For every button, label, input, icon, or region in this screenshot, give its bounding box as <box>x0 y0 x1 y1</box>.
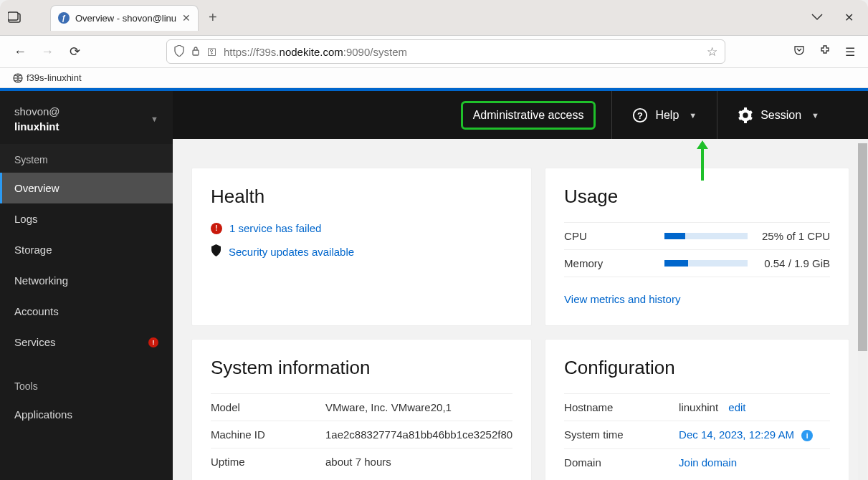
address-bar[interactable]: ⚿ https://f39s.nodekite.com:9090/system … <box>166 39 725 64</box>
model-row: Model VMware, Inc. VMware20,1 <box>211 393 512 421</box>
hamburger-menu-icon[interactable]: ☰ <box>845 45 855 59</box>
user-host-selector[interactable]: shovon@ linuxhint ▼ <box>0 91 173 144</box>
service-failed-link[interactable]: 1 service has failed <box>229 222 321 234</box>
memory-value: 0.54 / 1.9 GiB <box>764 257 830 269</box>
info-val: linuxhint edit <box>679 401 830 413</box>
config-title: Configuration <box>564 357 830 379</box>
hostname-row: Hostname linuxhint edit <box>564 393 830 421</box>
nav-accounts[interactable]: Accounts <box>0 296 173 327</box>
machine-id-row: Machine ID 1ae2c88327774a81bb46bb1ce3252… <box>211 421 512 448</box>
bookmark-item[interactable]: f39s-linuxhint <box>13 72 82 83</box>
sidebar: shovon@ linuxhint ▼ System Overview Logs… <box>0 91 173 480</box>
forward-button[interactable]: → <box>40 44 54 59</box>
cpu-progress <box>664 233 748 239</box>
nav-services[interactable]: Services! <box>0 327 173 357</box>
info-key: Hostname <box>564 401 679 413</box>
nav-label: Networking <box>14 274 68 287</box>
info-key: Uptime <box>211 456 325 468</box>
sysinfo-title: System information <box>211 357 512 379</box>
help-label: Help <box>655 109 679 122</box>
firefox-overview-icon[interactable] <box>7 11 22 25</box>
nav-label: Applications <box>14 408 72 421</box>
tab-close-icon[interactable]: ✕ <box>182 12 191 24</box>
gear-icon <box>738 107 753 123</box>
system-time-link[interactable]: Dec 14, 2023, 12:29 AM <box>679 428 794 441</box>
key-icon[interactable]: ⚿ <box>207 47 216 57</box>
cpu-label: CPU <box>564 230 664 242</box>
domain-row: Domain Join domain <box>564 449 830 476</box>
info-key: Machine ID <box>211 428 325 441</box>
fedora-favicon: ƒ <box>58 12 70 24</box>
scrollbar[interactable] <box>858 143 867 480</box>
reload-button[interactable]: ⟳ <box>67 44 82 59</box>
nav-section-system: System <box>0 144 173 173</box>
nav-label: Overview <box>14 182 59 194</box>
url-text: https://f39s.nodekite.com:9090/system <box>224 46 700 58</box>
memory-row: Memory 0.54 / 1.9 GiB <box>564 250 830 277</box>
url-bar: ← → ⟳ ⚿ https://f39s.nodekite.com:9090/s… <box>0 36 868 68</box>
security-updates-link[interactable]: Security updates available <box>229 246 354 258</box>
shield-security-icon <box>211 244 221 259</box>
nav-label: Accounts <box>14 305 59 317</box>
info-val: VMware, Inc. VMware20,1 <box>325 401 512 413</box>
info-icon[interactable]: i <box>801 430 813 441</box>
edit-hostname-link[interactable]: edit <box>728 401 745 413</box>
extensions-icon[interactable] <box>819 44 831 59</box>
usage-card: Usage CPU 25% of 1 CPU Memory 0.54 / 1.9… <box>545 168 849 326</box>
svg-rect-2 <box>193 50 199 55</box>
cpu-row: CPU 25% of 1 CPU <box>564 222 830 250</box>
pocket-icon[interactable] <box>793 44 805 59</box>
browser-tab-active[interactable]: ƒ Overview - shovon@linu ✕ <box>50 5 199 31</box>
back-button[interactable]: ← <box>13 44 27 59</box>
cockpit-app: shovon@ linuxhint ▼ System Overview Logs… <box>0 88 868 480</box>
host-name: linuxhint <box>14 119 60 134</box>
usage-title: Usage <box>564 186 830 208</box>
window-minimize-icon[interactable] <box>811 11 823 24</box>
info-val: Dec 14, 2023, 12:29 AM i <box>679 428 830 441</box>
new-tab-button[interactable]: + <box>209 9 217 26</box>
info-val: about 7 hours <box>325 456 512 468</box>
sysinfo-card: System information Model VMware, Inc. VM… <box>191 339 532 480</box>
alert-badge-icon: ! <box>148 337 158 347</box>
top-bar: Administrative access ? Help ▼ Session ▼ <box>173 91 868 139</box>
shield-tracking-icon[interactable] <box>174 45 184 59</box>
svg-text:?: ? <box>637 110 643 120</box>
window-close-icon[interactable]: ✕ <box>844 11 854 24</box>
session-menu[interactable]: Session ▼ <box>717 91 839 139</box>
session-label: Session <box>760 109 801 122</box>
user-name: shovon@ <box>14 104 60 119</box>
nav-label: Logs <box>14 213 38 225</box>
info-key: System time <box>564 428 679 441</box>
nav-label: Services <box>14 336 56 348</box>
scrollbar-thumb[interactable] <box>858 143 867 351</box>
health-security-row: Security updates available <box>211 244 512 259</box>
administrative-access-button[interactable]: Administrative access <box>461 101 596 130</box>
info-key: Model <box>211 401 325 413</box>
bookmark-bar: f39s-linuxhint <box>0 68 868 88</box>
lock-icon[interactable] <box>191 46 200 58</box>
help-icon: ? <box>632 107 648 123</box>
nav-networking[interactable]: Networking <box>0 265 173 296</box>
nav-overview[interactable]: Overview <box>0 173 173 203</box>
chevron-down-icon: ▼ <box>151 115 158 123</box>
health-card: Health ! 1 service has failed Security u… <box>191 168 532 326</box>
nav-storage[interactable]: Storage <box>0 234 173 265</box>
error-icon: ! <box>211 223 222 234</box>
systemtime-row: System time Dec 14, 2023, 12:29 AM i <box>564 421 830 449</box>
bookmark-label: f39s-linuxhint <box>27 72 82 83</box>
view-metrics-link[interactable]: View metrics and history <box>564 293 680 305</box>
help-menu[interactable]: ? Help ▼ <box>611 91 717 139</box>
nav-label: Storage <box>14 244 52 256</box>
memory-label: Memory <box>564 257 664 269</box>
tab-title: Overview - shovon@linu <box>75 13 176 24</box>
nav-logs[interactable]: Logs <box>0 203 173 234</box>
info-key: Domain <box>564 456 679 469</box>
globe-icon <box>13 73 23 83</box>
cards-grid: Health ! 1 service has failed Security u… <box>173 139 868 480</box>
join-domain-link[interactable]: Join domain <box>679 456 737 469</box>
nav-applications[interactable]: Applications <box>0 399 173 430</box>
info-val: 1ae2c88327774a81bb46bb1ce3252f80 <box>325 428 512 441</box>
caret-down-icon: ▼ <box>689 111 697 120</box>
caret-down-icon: ▼ <box>811 111 819 120</box>
bookmark-star-icon[interactable]: ☆ <box>707 44 717 59</box>
